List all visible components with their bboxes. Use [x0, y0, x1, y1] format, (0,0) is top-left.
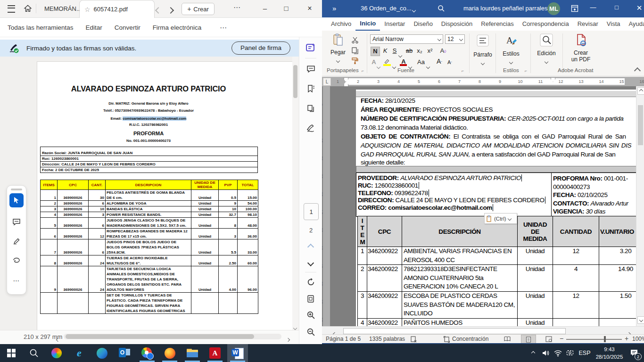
tab-revisar[interactable]: Revisar [573, 18, 603, 30]
previous-page-button[interactable] [305, 241, 317, 253]
paste-options-button[interactable]: (Ctrl) [484, 213, 517, 224]
change-case-button[interactable]: Aa [415, 58, 427, 66]
zoom-out-control[interactable]: − [560, 335, 563, 342]
tab-archivo[interactable]: Archivo [327, 18, 355, 30]
bold-button[interactable]: N [371, 47, 380, 56]
styles-button[interactable]: A Estilos [500, 34, 522, 66]
minimize-button[interactable]: — [587, 4, 599, 11]
close-button[interactable]: ✕ [633, 4, 644, 12]
minimize-button[interactable]: – [259, 3, 271, 14]
taskbar-search-button[interactable] [24, 344, 44, 362]
tab-insertar[interactable]: Insertar [380, 18, 409, 30]
taskbar-copilot-button[interactable] [46, 344, 67, 362]
styles-dialog-launcher-icon[interactable]: ⌐ [525, 68, 527, 73]
font-name-combobox[interactable]: Arial Narrow [370, 34, 443, 44]
draw-tool-button[interactable] [9, 254, 24, 268]
scroll-left-icon[interactable] [57, 335, 59, 343]
document-title[interactable]: 36 Orden_de_co... [361, 5, 412, 12]
scroll-down-button[interactable] [637, 316, 644, 324]
pages-panel-button[interactable] [305, 102, 317, 115]
tab-referencias[interactable]: Referencias [477, 18, 518, 30]
more-tools-button[interactable]: ⋯ [9, 273, 24, 288]
clipboard-dialog-launcher-icon[interactable]: ⌐ [362, 68, 364, 73]
ai-assistant-button[interactable] [305, 42, 317, 54]
pencil-tool-button[interactable] [9, 234, 24, 248]
change-case-dropdown-icon[interactable] [427, 62, 429, 70]
tray-display-icon[interactable] [564, 344, 576, 362]
editing-button[interactable]: Edición [535, 33, 558, 65]
quick-access-overflow-icon[interactable]: » [332, 4, 336, 12]
tab-disposicion[interactable]: Disposición [437, 18, 477, 30]
proofing-icon[interactable] [411, 336, 417, 343]
tray-volume-icon[interactable] [539, 344, 552, 362]
maximize-button[interactable]: □ [611, 4, 623, 11]
font-dialog-launcher-icon[interactable]: ⌐ [462, 68, 464, 73]
rotate-page-button[interactable] [305, 276, 317, 288]
page-count-label[interactable]: Página 1 de 5 [326, 336, 361, 342]
sign-panel-button[interactable] [305, 122, 317, 134]
pdf-horizontal-scrollbar[interactable] [64, 334, 281, 339]
highlight-dropdown-icon[interactable] [393, 62, 396, 70]
read-mode-button[interactable] [500, 335, 514, 343]
taskbar-ie-button[interactable]: e [69, 344, 90, 362]
tab-vista[interactable]: Vista [603, 18, 625, 30]
menubar-more-icon[interactable]: ⋯ [220, 24, 227, 32]
more-options-icon[interactable]: ⋯ [233, 3, 241, 12]
tab-inicio[interactable]: Inicio [355, 17, 380, 31]
cut-icon[interactable] [351, 36, 359, 44]
menu-item[interactable]: Editar [86, 24, 102, 31]
next-page-button[interactable] [305, 257, 317, 269]
tray-show-hidden-icons[interactable] [527, 344, 539, 362]
maximize-button[interactable]: □ [280, 3, 292, 14]
superscript-button[interactable]: x² [426, 47, 434, 55]
pdf-vertical-scrollbar[interactable] [292, 57, 298, 330]
subscript-button[interactable]: x₂ [415, 47, 424, 55]
tray-wifi-icon[interactable] [552, 344, 564, 362]
fit-page-button[interactable] [305, 293, 317, 305]
zoom-slider-track[interactable] [566, 339, 622, 340]
comments-panel-button[interactable] [305, 63, 317, 75]
tab-correspondencia[interactable]: Correspondencia [518, 18, 573, 30]
taskbar-edge-button[interactable] [91, 344, 112, 362]
language-indicator[interactable]: ESP [576, 344, 593, 362]
menu-item[interactable]: Firma electrónica [153, 24, 202, 31]
zoom-out-button[interactable] [305, 326, 317, 338]
paste-button[interactable]: Pegar [328, 33, 348, 65]
font-color-button[interactable]: A [399, 57, 408, 66]
copy-icon[interactable] [351, 47, 359, 54]
avatar[interactable]: ML [547, 2, 560, 15]
taskbar-chrome-button[interactable] [137, 344, 157, 362]
title-dropdown-icon[interactable] [413, 6, 415, 13]
grow-font-button[interactable]: Aˆ [435, 57, 444, 66]
focus-mode-label[interactable]: Concentración [452, 336, 488, 342]
drag-handle[interactable] [11, 189, 22, 190]
shrink-font-button[interactable]: Aˇ [446, 58, 454, 66]
font-size-combobox[interactable]: 12 [445, 34, 465, 44]
highlight-button[interactable] [383, 58, 392, 66]
tab-active-pdf[interactable]: ☆ 6057412.pdf [79, 0, 155, 18]
close-button[interactable]: × [304, 3, 316, 14]
menu-item[interactable]: Convertir [115, 24, 140, 31]
menu-hamburger-icon[interactable] [8, 5, 15, 13]
tab-memorandum[interactable]: MEMORÁN... [41, 0, 85, 17]
paragraph-button[interactable]: Párrafo [473, 34, 493, 66]
web-layout-button[interactable] [542, 335, 556, 343]
account-user-name[interactable]: maria lourdes peñafiel parrales [463, 5, 547, 12]
menu-item[interactable]: Todas las herramientas [8, 24, 74, 31]
page-thumbnail-next[interactable]: 2 [299, 227, 322, 234]
pdf-vscroll-thumb[interactable] [293, 65, 297, 98]
zoom-level-label[interactable]: 100% [632, 336, 644, 342]
zoom-in-control[interactable]: + [625, 335, 628, 342]
focus-mode-icon[interactable] [444, 336, 450, 343]
notification-center-button[interactable]: 2 [627, 344, 642, 362]
clock[interactable]: 9:43 28/10/2025 [592, 346, 627, 361]
horizontal-ruler[interactable]: L 12345678910111213141516 [322, 77, 644, 86]
collapse-ribbon-icon[interactable] [635, 66, 640, 75]
word-page[interactable]: FECHA: 28/10/2025 ÁREA REQUIRENTE: PROYE… [356, 90, 637, 326]
ribbon-display-options-icon[interactable] [571, 5, 578, 12]
word-count-label[interactable]: 1335 palabras [369, 336, 405, 342]
underline-button[interactable]: S [390, 47, 399, 55]
italic-button[interactable]: K [381, 47, 389, 55]
taskbar-acrobat-button[interactable]: A [205, 344, 225, 362]
create-pdf-button[interactable]: Crear un PDF [567, 33, 594, 63]
